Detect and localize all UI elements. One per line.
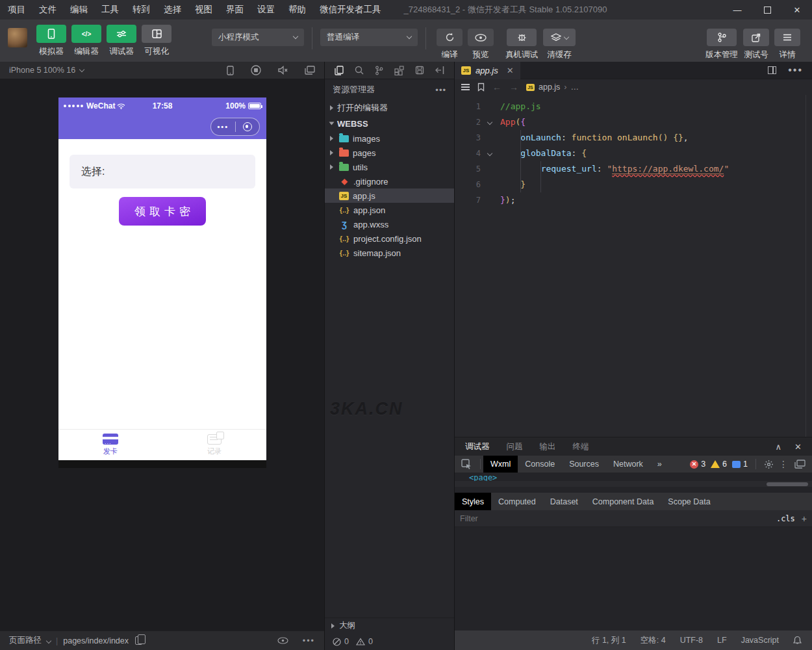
style-tab-dataset[interactable]: Dataset xyxy=(543,493,585,510)
minimize-button[interactable]: — xyxy=(722,0,752,20)
more-dots-icon[interactable]: ••• xyxy=(211,123,235,131)
compile-button[interactable]: 编译 xyxy=(437,25,463,60)
panel-collapse-icon[interactable]: ∧ xyxy=(776,442,782,452)
add-style-icon[interactable]: + xyxy=(802,514,807,524)
gear-icon[interactable] xyxy=(764,460,774,469)
files-icon[interactable] xyxy=(335,66,344,75)
split-editor-icon[interactable] xyxy=(768,66,776,74)
error-badge-icon[interactable]: ✕ xyxy=(690,460,698,469)
menu-interface[interactable]: 界面 xyxy=(226,4,244,16)
menu-select[interactable]: 选择 xyxy=(164,4,181,16)
compile-dropdown[interactable]: 普通编译 xyxy=(320,29,418,46)
cursor-position[interactable]: 行 1, 列 1 xyxy=(592,635,626,646)
search-icon[interactable] xyxy=(355,66,364,75)
tree-file-appjs[interactable]: JS app.js xyxy=(325,188,454,203)
language-mode[interactable]: JavaScript xyxy=(741,636,779,645)
project-root[interactable]: WEBSS xyxy=(325,116,454,131)
preview-button[interactable]: 预览 xyxy=(468,25,494,60)
debugger-toggle[interactable]: 调试器 xyxy=(107,25,136,57)
copy-icon[interactable] xyxy=(135,636,142,645)
element-snippet[interactable]: <page> xyxy=(469,473,497,481)
minimize-circle-icon[interactable] xyxy=(236,122,260,131)
test-account-button[interactable]: 测试号 xyxy=(743,25,769,60)
tree-file-appjson[interactable]: {..} app.json xyxy=(325,203,454,217)
problems-summary[interactable]: 0 0 xyxy=(325,633,454,650)
fold-chevron-icon[interactable] xyxy=(485,146,495,161)
device-frame-icon[interactable] xyxy=(227,66,234,75)
style-tab-styles[interactable]: Styles xyxy=(455,493,491,510)
tree-file-gitignore[interactable]: ◆ .gitignore xyxy=(325,174,454,188)
panel-tab-output[interactable]: 输出 xyxy=(540,441,556,452)
fold-chevron-icon[interactable] xyxy=(485,114,495,130)
menu-tools[interactable]: 工具 xyxy=(101,4,119,16)
select-field[interactable]: 选择: xyxy=(70,155,255,188)
tree-folder-images[interactable]: images xyxy=(325,131,454,146)
devtools-tab-network[interactable]: Network xyxy=(606,456,650,473)
multi-window-icon[interactable] xyxy=(305,66,315,75)
mode-dropdown[interactable]: 小程序模式 xyxy=(212,29,304,46)
style-tab-component-data[interactable]: Component Data xyxy=(585,493,661,510)
menu-edit[interactable]: 编辑 xyxy=(70,4,88,16)
breadcrumb-more[interactable]: … xyxy=(571,83,579,92)
info-badge-icon[interactable] xyxy=(732,461,741,468)
tree-folder-pages[interactable]: pages xyxy=(325,146,454,160)
devtools-tab-wxml[interactable]: Wxml xyxy=(483,456,518,473)
visualizer-toggle[interactable]: 可视化 xyxy=(142,25,171,57)
tree-file-appwxss[interactable]: Ʒ app.wxss xyxy=(325,217,454,231)
device-selector[interactable]: iPhone 5 100% 16 xyxy=(9,66,75,75)
style-tab-scope-data[interactable]: Scope Data xyxy=(661,493,717,510)
dock-side-icon[interactable] xyxy=(794,460,806,469)
encoding[interactable]: UTF-8 xyxy=(680,636,703,645)
panel-close-icon[interactable]: ✕ xyxy=(794,442,802,452)
nav-back-icon[interactable]: ← xyxy=(492,82,501,92)
wxml-element-tree[interactable]: <page> xyxy=(455,473,812,481)
remote-debug-button[interactable]: 真机调试 xyxy=(505,25,538,60)
menu-project[interactable]: 项目 xyxy=(8,4,25,16)
open-editors-section[interactable]: 打开的编辑器 xyxy=(325,100,454,116)
tab-faka[interactable]: 发卡 xyxy=(58,430,162,460)
warning-badge-icon[interactable] xyxy=(711,460,720,468)
clear-cache-button[interactable]: 清缓存 xyxy=(543,25,576,60)
bookmark-icon[interactable] xyxy=(477,83,485,92)
version-control-button[interactable]: 版本管理 xyxy=(705,25,738,60)
eol-setting[interactable]: LF xyxy=(717,636,727,645)
eye-icon[interactable] xyxy=(277,637,288,644)
style-filter-input[interactable] xyxy=(460,514,776,523)
notifications-bell-icon[interactable] xyxy=(793,636,802,645)
editor-more-icon[interactable]: ••• xyxy=(788,64,803,76)
menu-goto[interactable]: 转到 xyxy=(133,4,150,16)
outline-list-icon[interactable] xyxy=(461,83,470,92)
explorer-more-icon[interactable]: ••• xyxy=(435,85,446,95)
code-url[interactable]: https://app.dkewl.com/ xyxy=(612,164,724,174)
editor-toggle[interactable]: </> 编辑器 xyxy=(71,25,101,57)
details-button[interactable]: 详情 xyxy=(774,25,800,60)
menu-settings[interactable]: 设置 xyxy=(257,4,275,16)
modules-icon[interactable] xyxy=(394,66,404,75)
nav-forward-icon[interactable]: → xyxy=(509,82,518,92)
menu-view[interactable]: 视图 xyxy=(195,4,212,16)
capsule-menu[interactable]: ••• xyxy=(210,118,260,136)
maximize-button[interactable] xyxy=(752,0,782,20)
indent-setting[interactable]: 空格: 4 xyxy=(641,635,666,646)
style-tab-computed[interactable]: Computed xyxy=(491,493,543,510)
get-card-button[interactable]: 领取卡密 xyxy=(119,197,206,226)
save-all-icon[interactable] xyxy=(415,66,424,75)
mute-icon[interactable] xyxy=(278,66,288,75)
code-editor[interactable]: 1 //app.js 2 App({ 3 onLaunch: function … xyxy=(455,95,812,437)
menu-devtools[interactable]: 微信开发者工具 xyxy=(320,4,381,16)
devtools-tab-sources[interactable]: Sources xyxy=(562,456,606,473)
menu-help[interactable]: 帮助 xyxy=(288,4,306,16)
outline-section[interactable]: 大纲 xyxy=(325,618,454,633)
menu-file[interactable]: 文件 xyxy=(39,4,57,16)
user-avatar[interactable] xyxy=(8,28,27,47)
collapse-sidebar-icon[interactable] xyxy=(435,66,445,75)
record-icon[interactable] xyxy=(251,65,261,75)
tree-folder-utils[interactable]: utils xyxy=(325,160,454,174)
editor-tab-appjs[interactable]: JS app.js ✕ xyxy=(455,62,520,79)
tree-file-sitemap[interactable]: {..} sitemap.json xyxy=(325,246,454,260)
close-tab-icon[interactable]: ✕ xyxy=(507,66,514,75)
tree-file-projectconfig[interactable]: {..} project.config.json xyxy=(325,231,454,246)
more-icon[interactable]: ••• xyxy=(303,636,315,645)
page-path-label[interactable]: 页面路径 xyxy=(9,635,42,646)
cls-button[interactable]: .cls xyxy=(776,514,795,523)
